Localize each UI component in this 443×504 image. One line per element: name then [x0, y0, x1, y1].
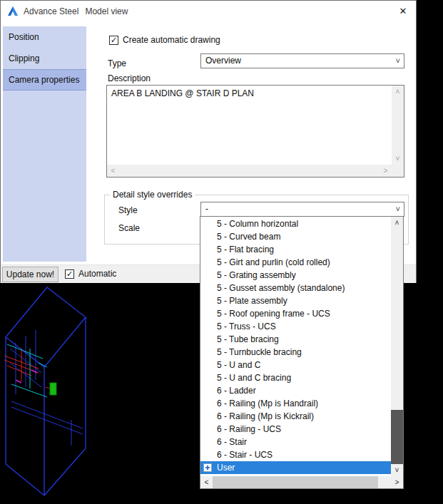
style-dropdown-list: 5 - Column horizontal5 - Curved beam5 - …: [200, 216, 404, 489]
style-value: -: [205, 202, 208, 216]
scrollbar-corner: [392, 165, 404, 177]
dropdown-item[interactable]: 5 - Roof opening frame - UCS: [200, 307, 391, 320]
dropdown-item-label: 5 - Girt and purlin (cold rolled): [217, 257, 330, 267]
dropdown-item-label: 6 - Stair: [217, 437, 247, 447]
dropdown-item[interactable]: 5 - U and C bracing: [200, 371, 391, 384]
advance-steel-logo-icon: [7, 6, 19, 17]
horizontal-scrollbar-thumb[interactable]: [213, 476, 378, 488]
dropdown-horizontal-scrollbar[interactable]: ˂ ˃: [200, 476, 403, 488]
screen: Advance SteelModel view ✕ Position Clipp…: [0, 0, 443, 504]
user-style-icon: [203, 463, 212, 472]
cad-structure-cyan: [7, 344, 47, 397]
titlebar[interactable]: Advance SteelModel view ✕: [1, 1, 416, 22]
dropdown-item-label: 5 - Tube bracing: [217, 334, 279, 344]
sidebar: Position Clipping Camera properties: [3, 26, 86, 262]
dropdown-item[interactable]: 6 - Railing (Mp is Kickrail): [200, 410, 391, 423]
window-title-app: Advance Steel: [24, 6, 78, 16]
dropdown-item-label: 5 - U and C bracing: [217, 373, 291, 383]
dropdown-item[interactable]: 6 - Railing (Mp is Handrail): [200, 397, 391, 410]
dropdown-item-label: 5 - Grating assembly: [217, 270, 296, 280]
create-automatic-drawing-label: Create automatic drawing: [123, 35, 220, 45]
dropdown-item[interactable]: 5 - U and C: [200, 359, 391, 371]
dropdown-item[interactable]: 6 - Stair: [200, 436, 391, 448]
cad-green-element: [50, 383, 56, 395]
scroll-left-icon[interactable]: ˂: [200, 476, 213, 488]
description-label: Description: [108, 73, 151, 83]
chevron-down-icon: ˅: [396, 202, 400, 216]
dropdown-item-label: 6 - Railing (Mp is Handrail): [217, 398, 318, 408]
scroll-up-icon[interactable]: ˄: [391, 217, 403, 229]
update-now-button[interactable]: Update now!: [2, 267, 58, 282]
chevron-down-icon: ˅: [396, 54, 400, 68]
dropdown-item[interactable]: 5 - Truss - UCS: [200, 320, 391, 333]
scale-label: Scale: [118, 223, 140, 233]
automatic-checkbox[interactable]: ✓ Automatic: [65, 269, 116, 279]
type-label: Type: [108, 58, 126, 68]
type-value: Overview: [205, 54, 241, 68]
dropdown-items: 5 - Column horizontal5 - Curved beam5 - …: [200, 217, 391, 474]
dropdown-vertical-scrollbar[interactable]: ˄ ˅: [391, 217, 403, 476]
dropdown-item[interactable]: 5 - Tube bracing: [200, 333, 391, 346]
dropdown-item[interactable]: 5 - Plate assembly: [200, 294, 391, 307]
dropdown-item[interactable]: 6 - Ladder: [200, 384, 391, 397]
window-title: Advance SteelModel view: [24, 1, 128, 22]
dropdown-item-label: 5 - U and C: [217, 360, 260, 370]
sidebar-item-position[interactable]: Position: [3, 26, 86, 48]
vertical-scrollbar-thumb[interactable]: [391, 410, 403, 464]
dropdown-item-label: 5 - Plate assembly: [217, 296, 287, 306]
style-label: Style: [118, 205, 138, 215]
dropdown-item[interactable]: 5 - Grating assembly: [200, 269, 391, 282]
create-automatic-drawing-checkbox[interactable]: ✓ Create automatic drawing: [109, 35, 220, 45]
sidebar-item-clipping[interactable]: Clipping: [3, 48, 86, 69]
style-dropdown[interactable]: - ˅: [200, 202, 404, 217]
dropdown-item-label: 5 - Roof opening frame - UCS: [217, 309, 330, 319]
dropdown-item-label: 6 - Railing (Mp is Kickrail): [217, 411, 314, 421]
window-title-doc: Model view: [85, 6, 128, 16]
dropdown-item-label: 5 - Gusset assembly (standalone): [217, 283, 345, 293]
checkbox-checked-icon: ✓: [109, 36, 118, 45]
dropdown-item[interactable]: 5 - Gusset assembly (standalone): [200, 282, 391, 294]
dropdown-item[interactable]: 5 - Girt and purlin (cold rolled): [200, 256, 391, 269]
description-text: AREA B LANDING @ STAIR D PLAN: [111, 88, 254, 98]
dropdown-item[interactable]: 5 - Flat bracing: [200, 243, 391, 256]
type-dropdown[interactable]: Overview ˅: [200, 53, 404, 68]
cad-structure-red: [4, 349, 50, 389]
scroll-right-icon[interactable]: ˃: [391, 476, 403, 488]
scroll-right-icon[interactable]: ˃: [380, 165, 392, 177]
dropdown-item-label: 5 - Flat bracing: [217, 245, 274, 254]
scroll-down-icon[interactable]: ˅: [392, 153, 404, 165]
cad-wireframe-view[interactable]: [0, 280, 114, 504]
dropdown-item-label: 6 - Railing - UCS: [217, 424, 281, 434]
dropdown-item-label: User: [217, 463, 235, 473]
cad-cube-edges: [6, 287, 86, 495]
textarea-vertical-scrollbar[interactable]: ˄ ˅: [392, 86, 404, 165]
dropdown-item[interactable]: 6 - Railing - UCS: [200, 423, 391, 436]
dropdown-item[interactable]: 5 - Column horizontal: [200, 217, 391, 230]
dropdown-item[interactable]: 6 - Stair - UCS: [200, 448, 391, 461]
dropdown-item[interactable]: 5 - Turnbuckle bracing: [200, 346, 391, 359]
dropdown-item-label: 6 - Ladder: [217, 386, 256, 396]
dropdown-item-label: 5 - Turnbuckle bracing: [217, 347, 302, 357]
scroll-left-icon[interactable]: ˂: [107, 165, 119, 177]
dropdown-item-label: 5 - Column horizontal: [217, 219, 298, 229]
automatic-label: Automatic: [78, 269, 116, 279]
textarea-horizontal-scrollbar[interactable]: ˂ ˃: [107, 165, 392, 177]
dropdown-item-selected[interactable]: User: [200, 461, 391, 474]
dropdown-item-label: 5 - Curved beam: [217, 232, 280, 242]
sidebar-item-camera-properties[interactable]: Camera properties: [3, 69, 86, 91]
dropdown-item-label: 6 - Stair - UCS: [217, 450, 273, 460]
dropdown-item-label: 5 - Truss - UCS: [217, 322, 276, 331]
group-title: Detail style overrides: [110, 190, 195, 200]
scroll-up-icon[interactable]: ˄: [392, 86, 404, 98]
scroll-down-icon[interactable]: ˅: [391, 464, 403, 476]
close-button[interactable]: ✕: [394, 4, 412, 19]
dropdown-item[interactable]: 5 - Curved beam: [200, 230, 391, 243]
description-textarea[interactable]: AREA B LANDING @ STAIR D PLAN ˄ ˅ ˂ ˃: [106, 85, 404, 178]
checkbox-checked-icon: ✓: [65, 269, 74, 279]
